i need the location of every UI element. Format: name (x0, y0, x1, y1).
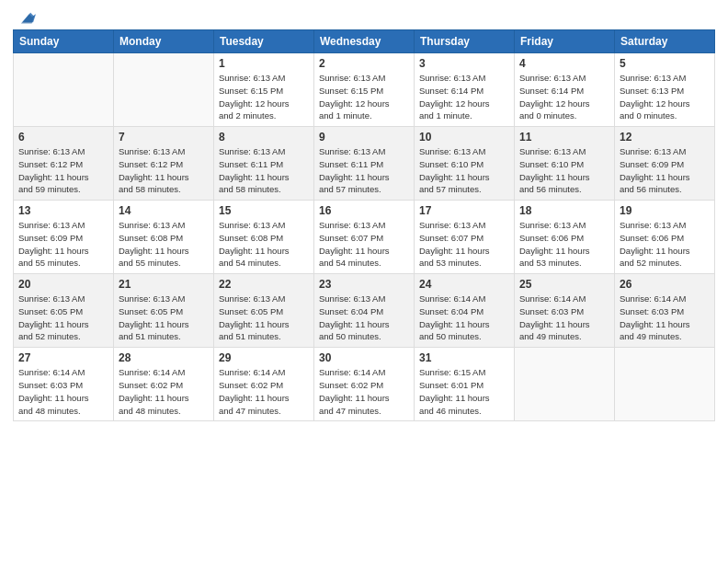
day-number: 6 (18, 131, 108, 144)
calendar-cell: 7Sunrise: 6:13 AM Sunset: 6:12 PM Daylig… (114, 127, 214, 201)
day-number: 20 (18, 278, 108, 291)
day-info: Sunrise: 6:13 AM Sunset: 6:08 PM Dayligh… (219, 219, 309, 270)
calendar-cell (615, 348, 715, 421)
day-info: Sunrise: 6:14 AM Sunset: 6:04 PM Dayligh… (419, 293, 509, 343)
calendar-cell: 20Sunrise: 6:13 AM Sunset: 6:05 PM Dayli… (14, 274, 114, 348)
day-info: Sunrise: 6:14 AM Sunset: 6:02 PM Dayligh… (219, 366, 309, 417)
calendar-cell (14, 53, 114, 127)
day-info: Sunrise: 6:13 AM Sunset: 6:15 PM Dayligh… (319, 72, 409, 122)
day-info: Sunrise: 6:13 AM Sunset: 6:08 PM Dayligh… (119, 219, 209, 270)
day-info: Sunrise: 6:14 AM Sunset: 6:03 PM Dayligh… (18, 366, 108, 417)
day-number: 14 (119, 204, 209, 217)
header (13, 9, 715, 22)
calendar-cell: 26Sunrise: 6:14 AM Sunset: 6:03 PM Dayli… (615, 274, 715, 348)
calendar-cell: 1Sunrise: 6:13 AM Sunset: 6:15 PM Daylig… (214, 53, 314, 127)
calendar-week-row: 1Sunrise: 6:13 AM Sunset: 6:15 PM Daylig… (14, 53, 715, 127)
logo-bird-icon (16, 9, 36, 26)
calendar-cell: 10Sunrise: 6:13 AM Sunset: 6:10 PM Dayli… (415, 127, 515, 201)
day-info: Sunrise: 6:13 AM Sunset: 6:07 PM Dayligh… (319, 219, 409, 270)
page: SundayMondayTuesdayWednesdayThursdayFrid… (0, 0, 728, 563)
day-number: 17 (419, 204, 509, 217)
calendar-cell: 9Sunrise: 6:13 AM Sunset: 6:11 PM Daylig… (314, 127, 415, 201)
day-info: Sunrise: 6:15 AM Sunset: 6:01 PM Dayligh… (419, 366, 509, 417)
day-info: Sunrise: 6:13 AM Sunset: 6:04 PM Dayligh… (319, 293, 409, 343)
day-number: 31 (419, 351, 509, 364)
day-number: 5 (620, 57, 710, 70)
day-number: 19 (620, 204, 710, 217)
day-info: Sunrise: 6:13 AM Sunset: 6:14 PM Dayligh… (419, 72, 509, 122)
day-info: Sunrise: 6:13 AM Sunset: 6:06 PM Dayligh… (519, 219, 609, 270)
calendar-cell: 29Sunrise: 6:14 AM Sunset: 6:02 PM Dayli… (214, 348, 314, 421)
calendar-cell: 23Sunrise: 6:13 AM Sunset: 6:04 PM Dayli… (314, 274, 415, 348)
day-number: 9 (319, 131, 409, 144)
day-number: 11 (519, 131, 609, 144)
calendar-week-row: 6Sunrise: 6:13 AM Sunset: 6:12 PM Daylig… (14, 127, 715, 201)
calendar-week-row: 27Sunrise: 6:14 AM Sunset: 6:03 PM Dayli… (14, 348, 715, 421)
day-number: 7 (119, 131, 209, 144)
calendar-cell: 17Sunrise: 6:13 AM Sunset: 6:07 PM Dayli… (415, 201, 515, 274)
day-info: Sunrise: 6:13 AM Sunset: 6:11 PM Dayligh… (219, 145, 309, 196)
day-number: 10 (419, 131, 509, 144)
day-info: Sunrise: 6:13 AM Sunset: 6:09 PM Dayligh… (620, 145, 710, 196)
weekday-header-thursday: Thursday (415, 30, 515, 53)
day-info: Sunrise: 6:13 AM Sunset: 6:12 PM Dayligh… (18, 145, 108, 196)
day-info: Sunrise: 6:13 AM Sunset: 6:05 PM Dayligh… (18, 293, 108, 343)
day-info: Sunrise: 6:13 AM Sunset: 6:13 PM Dayligh… (620, 72, 710, 122)
weekday-header-tuesday: Tuesday (214, 30, 314, 53)
day-number: 23 (319, 278, 409, 291)
day-info: Sunrise: 6:13 AM Sunset: 6:06 PM Dayligh… (620, 219, 710, 270)
day-number: 28 (119, 351, 209, 364)
day-info: Sunrise: 6:13 AM Sunset: 6:15 PM Dayligh… (219, 72, 309, 122)
weekday-header-friday: Friday (515, 30, 615, 53)
calendar-cell: 4Sunrise: 6:13 AM Sunset: 6:14 PM Daylig… (515, 53, 615, 127)
day-number: 18 (519, 204, 609, 217)
day-number: 1 (219, 57, 309, 70)
calendar-cell: 18Sunrise: 6:13 AM Sunset: 6:06 PM Dayli… (515, 201, 615, 274)
day-number: 4 (519, 57, 609, 70)
day-number: 12 (620, 131, 710, 144)
calendar-cell: 31Sunrise: 6:15 AM Sunset: 6:01 PM Dayli… (415, 348, 515, 421)
calendar-cell: 14Sunrise: 6:13 AM Sunset: 6:08 PM Dayli… (114, 201, 214, 274)
day-info: Sunrise: 6:14 AM Sunset: 6:03 PM Dayligh… (519, 293, 609, 343)
weekday-header-monday: Monday (114, 30, 214, 53)
day-number: 25 (519, 278, 609, 291)
calendar-cell (114, 53, 214, 127)
calendar-cell: 12Sunrise: 6:13 AM Sunset: 6:09 PM Dayli… (615, 127, 715, 201)
day-number: 2 (319, 57, 409, 70)
day-info: Sunrise: 6:13 AM Sunset: 6:10 PM Dayligh… (519, 145, 609, 196)
day-info: Sunrise: 6:13 AM Sunset: 6:12 PM Dayligh… (119, 145, 209, 196)
logo (13, 9, 36, 22)
day-number: 22 (219, 278, 309, 291)
calendar-cell: 28Sunrise: 6:14 AM Sunset: 6:02 PM Dayli… (114, 348, 214, 421)
calendar-cell: 22Sunrise: 6:13 AM Sunset: 6:05 PM Dayli… (214, 274, 314, 348)
day-info: Sunrise: 6:13 AM Sunset: 6:10 PM Dayligh… (419, 145, 509, 196)
day-number: 21 (119, 278, 209, 291)
day-number: 16 (319, 204, 409, 217)
calendar-cell: 24Sunrise: 6:14 AM Sunset: 6:04 PM Dayli… (415, 274, 515, 348)
calendar-cell: 8Sunrise: 6:13 AM Sunset: 6:11 PM Daylig… (214, 127, 314, 201)
day-number: 15 (219, 204, 309, 217)
calendar-cell: 21Sunrise: 6:13 AM Sunset: 6:05 PM Dayli… (114, 274, 214, 348)
day-number: 27 (18, 351, 108, 364)
day-number: 13 (18, 204, 108, 217)
weekday-header-wednesday: Wednesday (314, 30, 415, 53)
weekday-header-sunday: Sunday (14, 30, 114, 53)
calendar-week-row: 20Sunrise: 6:13 AM Sunset: 6:05 PM Dayli… (14, 274, 715, 348)
calendar-cell: 3Sunrise: 6:13 AM Sunset: 6:14 PM Daylig… (415, 53, 515, 127)
calendar-cell: 16Sunrise: 6:13 AM Sunset: 6:07 PM Dayli… (314, 201, 415, 274)
calendar-cell: 25Sunrise: 6:14 AM Sunset: 6:03 PM Dayli… (515, 274, 615, 348)
day-info: Sunrise: 6:13 AM Sunset: 6:11 PM Dayligh… (319, 145, 409, 196)
calendar-week-row: 13Sunrise: 6:13 AM Sunset: 6:09 PM Dayli… (14, 201, 715, 274)
calendar-cell: 5Sunrise: 6:13 AM Sunset: 6:13 PM Daylig… (615, 53, 715, 127)
day-number: 8 (219, 131, 309, 144)
day-info: Sunrise: 6:13 AM Sunset: 6:09 PM Dayligh… (18, 219, 108, 270)
calendar-cell: 30Sunrise: 6:14 AM Sunset: 6:02 PM Dayli… (314, 348, 415, 421)
day-info: Sunrise: 6:13 AM Sunset: 6:05 PM Dayligh… (219, 293, 309, 343)
day-info: Sunrise: 6:14 AM Sunset: 6:02 PM Dayligh… (319, 366, 409, 417)
calendar-table: SundayMondayTuesdayWednesdayThursdayFrid… (13, 29, 715, 421)
calendar-cell: 11Sunrise: 6:13 AM Sunset: 6:10 PM Dayli… (515, 127, 615, 201)
day-number: 24 (419, 278, 509, 291)
day-info: Sunrise: 6:14 AM Sunset: 6:03 PM Dayligh… (620, 293, 710, 343)
day-info: Sunrise: 6:13 AM Sunset: 6:05 PM Dayligh… (119, 293, 209, 343)
day-number: 3 (419, 57, 509, 70)
